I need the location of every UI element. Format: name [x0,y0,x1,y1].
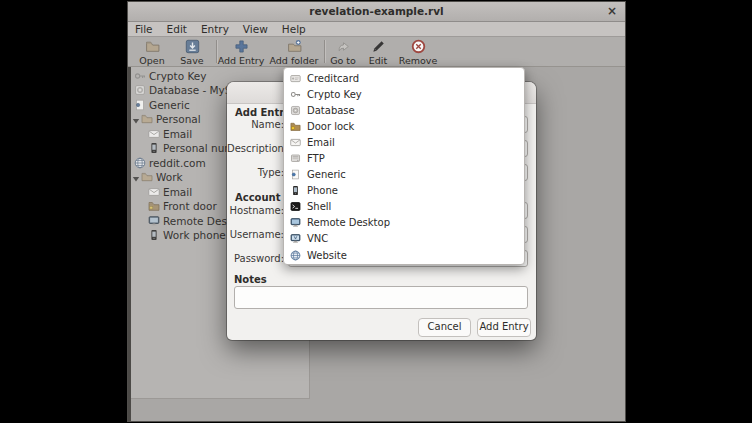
type-menu-item-crypto-key[interactable]: Crypto Key [284,86,524,102]
open-icon [130,39,174,55]
add-folder-icon [266,39,322,55]
website-icon [290,250,301,261]
phone-icon [290,185,301,196]
type-menu-item-remote-desktop[interactable]: Remote Desktop [284,215,524,231]
phone-icon [148,142,160,154]
menu-view[interactable]: View [236,22,275,36]
toolbar-button-label: Edit [369,55,387,66]
toolbar-button-label: Add Entry [218,55,265,66]
type-menu-item-label: FTP [307,153,325,164]
remote-desktop-icon [148,215,160,227]
type-menu-item-label: Generic [307,169,346,180]
remove-icon [392,39,444,55]
type-menu-item-database[interactable]: Database [284,102,524,118]
notes-label: Notes [234,274,267,285]
door-lock-icon [290,121,301,132]
type-menu-item-website[interactable]: Website [284,247,524,263]
generic-icon [134,99,146,111]
type-menu-item-vnc[interactable]: VNC [284,231,524,247]
tree-item-label: Work phone [163,229,226,241]
toolbar-button-open[interactable]: Open [130,38,174,65]
phone-icon [148,229,160,241]
ftp-icon [290,153,301,164]
folder-icon [141,113,153,125]
toolbar-button-label: Go to [330,55,356,66]
toolbar-button-remove[interactable]: Remove [392,38,444,65]
toolbar-button-label: Remove [399,55,438,66]
email-icon [290,137,301,148]
tree-item-label: Crypto Key [149,70,206,82]
app-window: revelation-example.rvl × FileEditEntryVi… [128,2,625,421]
tree-item-label: Email [163,186,192,198]
type-menu-item-email[interactable]: Email [284,134,524,150]
website-icon [134,157,146,169]
crypto-key-icon [134,70,146,82]
toolbar-button-add-entry[interactable]: Add Entry [214,38,268,65]
type-menu-item-creditcard[interactable]: Creditcard [284,70,524,86]
type-menu-item-label: Database [307,105,355,116]
menu-help[interactable]: Help [275,22,313,36]
close-icon[interactable]: × [607,2,617,21]
entry-type-menu: CreditcardCrypto KeyDatabaseDoor lockEma… [283,67,525,265]
type-menu-item-ftp[interactable]: FTP [284,150,524,166]
tree-item-label: Generic [149,99,190,111]
type-menu-item-label: Shell [307,201,331,212]
window-title: revelation-example.rvl [309,5,443,17]
field-label-username: Username: [227,226,284,243]
type-menu-item-shell[interactable]: Shell [284,199,524,215]
menu-edit[interactable]: Edit [160,22,194,36]
tree-item-label: Email [163,128,192,140]
database-icon [134,84,146,96]
type-menu-item-label: Website [307,250,347,261]
email-icon [148,186,160,198]
type-menu-item-label: Creditcard [307,73,359,84]
field-label-hostname: Hostname: [227,202,284,219]
type-menu-item-label: Remote Desktop [307,217,390,228]
tree-item-label: reddit.com [149,157,206,169]
type-menu-item-door-lock[interactable]: Door lock [284,118,524,134]
type-menu-item-label: Phone [307,185,338,196]
expander-icon [132,173,140,181]
window-titlebar[interactable]: revelation-example.rvl × [128,2,625,22]
save-icon [170,39,214,55]
folder-icon [141,171,153,183]
type-menu-item-label: Door lock [307,121,354,132]
tree-item-label: Work [156,171,183,183]
notes-textarea[interactable] [234,286,528,309]
expander-icon [132,115,140,123]
toolbar-button-label: Add folder [270,55,319,66]
field-label-password: Password: [227,250,284,267]
vnc-icon [290,233,301,244]
crypto-key-icon [290,89,301,100]
type-menu-item-generic[interactable]: Generic [284,167,524,183]
remote-desktop-icon [290,217,301,228]
cancel-button[interactable]: Cancel [418,318,471,337]
field-label-description: Description: [227,140,284,157]
toolbar-button-add-folder[interactable]: Add folder [266,38,322,65]
type-menu-item-label: VNC [307,233,328,244]
type-menu-item-label: Crypto Key [307,89,362,100]
type-menu-item-phone[interactable]: Phone [284,183,524,199]
type-menu-item-label: Email [307,137,335,148]
menu-entry[interactable]: Entry [194,22,236,36]
shell-icon [290,201,301,212]
toolbar-button-label: Save [180,55,203,66]
creditcard-icon [290,73,301,84]
tree-item-label: Front door [163,200,217,212]
toolbar: OpenSaveAdd EntryAdd folderGo toEditRemo… [128,37,625,67]
toolbar-button-save[interactable]: Save [170,38,214,65]
generic-icon [290,169,301,180]
field-label-name: Name: [227,116,284,133]
email-icon [148,128,160,140]
add-entry-submit-button[interactable]: Add Entry [477,318,531,337]
field-label-type: Type: [227,164,284,181]
door-lock-icon [148,200,160,212]
menubar: FileEditEntryViewHelp [128,22,625,37]
toolbar-button-label: Open [139,55,164,66]
tree-item-label: Personal [156,113,201,125]
database-icon [290,105,301,116]
menu-file[interactable]: File [128,22,160,36]
add-entry-icon [214,39,268,55]
